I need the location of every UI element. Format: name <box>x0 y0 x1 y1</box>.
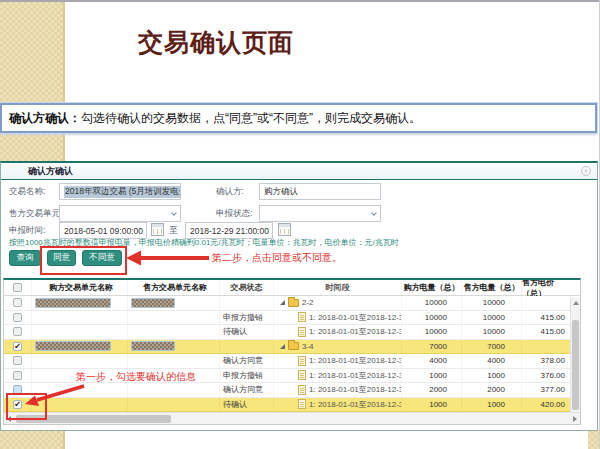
header-buy-qty: 购方电量（总） <box>402 280 462 296</box>
row-checkbox[interactable] <box>13 313 22 322</box>
buy-qty-value: 10000 <box>402 325 462 339</box>
censored-buyer-name <box>35 298 111 308</box>
select-all-checkbox[interactable] <box>13 283 22 292</box>
row-checkbox[interactable] <box>13 371 22 380</box>
table-row[interactable]: 申报方撤销1: 2018-01-01至2018-12-3110000100004… <box>4 311 570 326</box>
folder-icon <box>288 299 299 307</box>
trade-status: 待确认 <box>220 398 274 412</box>
table-row[interactable]: ✔待确认1: 2018-01-01至2018-12-3110001000420.… <box>4 398 570 413</box>
period-label: 1: 2018-01-01至2018-12-31 <box>309 384 402 395</box>
buy-qty-value: 4000 <box>402 354 462 368</box>
buy-qty-value: 1000 <box>402 398 462 412</box>
sell-price-value: 415.00 <box>522 311 570 325</box>
sell-price-value: 378.00 <box>522 354 570 368</box>
table-row[interactable]: 待确认1: 2018-01-01至2018-12-311000010000415… <box>4 325 570 340</box>
folder-icon <box>288 342 299 350</box>
header-scroll-spacer <box>570 280 580 296</box>
table-row[interactable]: 确认方同意1: 2018-01-01至2018-12-3120002000377… <box>4 383 570 398</box>
table-row[interactable]: 确认方同意1: 2018-01-01至2018-12-3140004000378… <box>4 354 570 369</box>
confirm-panel: 确认方确认 × 交易名称: 2018年双边交易 (5月培训发电企 确认方: 购方… <box>0 161 598 431</box>
horizontal-scrollbar[interactable] <box>4 412 580 424</box>
top-divider <box>0 0 600 2</box>
buy-qty-value: 10000 <box>402 296 462 310</box>
document-icon <box>298 399 306 409</box>
panel-header: 确认方确认 × <box>1 163 597 180</box>
close-icon[interactable]: × <box>581 166 591 176</box>
time-to-separator: 至 <box>169 225 178 237</box>
scroll-right-icon[interactable] <box>573 416 577 422</box>
sell-price-value <box>522 296 570 310</box>
sell-price-value: 377.00 <box>522 383 570 397</box>
instruction-callout: 确认方确认：勾选待确认的交易数据，点“同意”或“不同意”，则完成交易确认。 <box>0 103 597 133</box>
sell-qty-value: 10000 <box>462 325 522 339</box>
trade-name-label: 交易名称: <box>9 186 45 198</box>
header-seller-unit: 售方交易单元名称 <box>128 280 220 296</box>
trade-name-select[interactable]: 2018年双边交易 (5月培训发电企 <box>59 183 181 200</box>
period-label: 1: 2018-01-01至2018-12-31 <box>309 355 402 366</box>
document-icon <box>298 385 306 395</box>
sell-qty-value: 2000 <box>462 383 522 397</box>
vertical-scroll-thumb[interactable] <box>572 320 579 410</box>
table-header-row: 购方交易单元名称 售方交易单元名称 交易状态 时间段 购方电量（总） 售方电量（… <box>4 280 580 296</box>
censored-seller-name <box>131 298 175 308</box>
step1-highlight-rect <box>6 393 47 420</box>
chevron-down-icon <box>371 210 377 216</box>
page-title: 交易确认页面 <box>138 26 294 59</box>
censored-seller-name <box>131 341 175 351</box>
time-to-value: 2018-12-29 21:00:00 <box>190 226 269 236</box>
period-group-label: 2-2 <box>302 298 314 307</box>
chevron-down-icon <box>171 210 177 216</box>
step2-highlight-rect <box>40 246 127 275</box>
sell-price-value: 420.00 <box>522 398 570 412</box>
trade-status: 待确认 <box>220 325 274 339</box>
query-button[interactable]: 查询 <box>9 250 41 266</box>
declare-time-label: 申报时间: <box>9 225 45 237</box>
row-checkbox[interactable] <box>13 298 22 307</box>
period-group-label: 3-4 <box>302 342 314 351</box>
calendar-icon[interactable] <box>151 223 164 236</box>
calendar-icon[interactable] <box>278 223 291 236</box>
row-checkbox[interactable]: ✔ <box>13 342 22 351</box>
confirm-party-input[interactable]: 购方确认 <box>259 183 381 200</box>
seller-unit-label: 售方交易单元: <box>9 208 62 220</box>
row-checkbox[interactable] <box>13 327 22 336</box>
table-row[interactable]: 2-21000010000 <box>4 296 570 311</box>
trade-status: 申报方撤销 <box>220 311 274 325</box>
censored-buyer-name <box>35 341 111 351</box>
sell-qty-value: 1000 <box>462 398 522 412</box>
declare-status-label: 申报状态: <box>216 208 252 220</box>
buy-qty-value: 2000 <box>402 383 462 397</box>
sell-qty-value: 10000 <box>462 311 522 325</box>
sell-qty-value: 4000 <box>462 354 522 368</box>
trade-status: 确认方同意 <box>220 354 274 368</box>
expand-caret-icon[interactable] <box>280 344 285 349</box>
trade-status: 确认方同意 <box>220 383 274 397</box>
sell-qty-value: 1000 <box>462 369 522 383</box>
sell-qty-value: 7000 <box>462 340 522 354</box>
vertical-scrollbar[interactable] <box>570 298 580 414</box>
document-icon <box>298 327 306 337</box>
confirm-party-value: 购方确认 <box>264 186 298 198</box>
buy-qty-value: 10000 <box>402 311 462 325</box>
period-label: 1: 2018-01-01至2018-12-31 <box>309 326 402 337</box>
step1-annotation: 第一步，勾选要确认的信息 <box>76 370 196 384</box>
document-icon <box>298 356 306 366</box>
header-time-period: 时间段 <box>274 280 402 296</box>
callout-body: 勾选待确认的交易数据，点“同意”或“不同意”，则完成交易确认。 <box>81 111 421 125</box>
expand-caret-icon[interactable] <box>280 300 285 305</box>
trade-name-value: 2018年双边交易 (5月培训发电企 <box>64 186 181 198</box>
trade-status <box>220 296 274 310</box>
buy-qty-value: 1000 <box>402 369 462 383</box>
table-row[interactable]: ✔3-470007000 <box>4 340 570 355</box>
row-checkbox[interactable] <box>13 356 22 365</box>
panel-title: 确认方确认 <box>28 165 73 178</box>
scroll-up-icon[interactable] <box>573 301 579 305</box>
period-label: 1: 2018-01-01至2018-12-31 <box>309 312 402 323</box>
sell-price-value <box>522 340 570 354</box>
header-trade-status: 交易状态 <box>220 280 274 296</box>
time-from-value: 2018-05-01 09:00:00 <box>64 226 143 236</box>
header-sell-qty: 售方电量（总） <box>462 280 522 296</box>
seller-unit-select[interactable] <box>59 205 181 222</box>
period-label: 1: 2018-01-01至2018-12-31 <box>309 399 402 410</box>
declare-status-select[interactable] <box>259 205 381 222</box>
